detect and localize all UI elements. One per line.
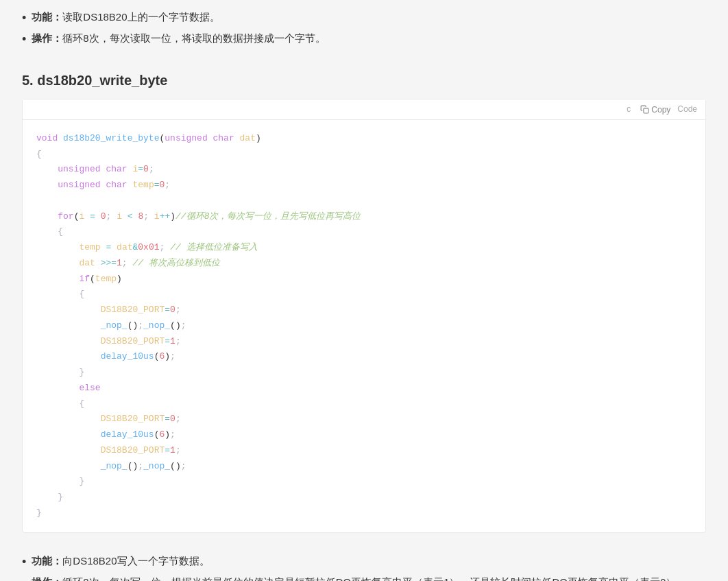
section5-bullet-2: • 操作：循环8次，每次写一位。根据当前最低位的值决定是短暂拉低DQ再恢复高电平… — [22, 573, 706, 581]
copy-button-section5[interactable]: Copy — [636, 104, 675, 116]
code-content-section5: void ds18b20_write_byte(unsigned char da… — [23, 120, 705, 532]
code-lang-label-section5: c — [627, 102, 631, 116]
bullet-content-1: 读取DS18B20上的一个字节数据。 — [62, 11, 219, 23]
intro-bullets-section: • 功能：读取DS18B20上的一个字节数据。 • 操作：循环8次，每次读取一位… — [22, 0, 706, 56]
copy-icon-section5 — [640, 105, 649, 114]
section5-bullets: • 功能：向DS18B20写入一个字节数据。 • 操作：循环8次，每次写一位。根… — [22, 544, 706, 581]
bullet-label-2: 操作： — [32, 32, 62, 44]
section5-bullet-label-1: 功能： — [32, 555, 62, 567]
bullet-content-2: 循环8次，每次读取一位，将读取的数据拼接成一个字节。 — [62, 32, 325, 44]
copy-label-section5: Copy — [651, 105, 670, 115]
bullet-item-1: • 功能：读取DS18B20上的一个字节数据。 — [22, 8, 706, 27]
bullet-item-2: • 操作：循环8次，每次读取一位，将读取的数据拼接成一个字节。 — [22, 29, 706, 48]
section5-bullet-1: • 功能：向DS18B20写入一个字节数据。 — [22, 552, 706, 571]
page-container: • 功能：读取DS18B20上的一个字节数据。 • 操作：循环8次，每次读取一位… — [0, 0, 728, 581]
code-toolbar-section5: c Copy Code — [23, 99, 705, 119]
bullet-text-1: 功能：读取DS18B20上的一个字节数据。 — [32, 8, 219, 26]
section5-bullet-content-1: 向DS18B20写入一个字节数据。 — [62, 555, 209, 567]
bullet-text-2: 操作：循环8次，每次读取一位，将读取的数据拼接成一个字节。 — [32, 29, 325, 47]
section5-bullet-dot-1: • — [22, 554, 26, 571]
section5-bullet-text-1: 功能：向DS18B20写入一个字节数据。 — [32, 552, 209, 570]
section5-bullet-content-2: 循环8次，每次写一位。根据当前最低位的值决定是短暂拉低DQ再恢复高电平（表示1）… — [62, 576, 686, 581]
code-label-section5: Code — [677, 102, 697, 116]
bullet-label-1: 功能： — [32, 11, 62, 23]
section5-bullet-dot-2: • — [22, 575, 26, 581]
section5-heading: 5. ds18b20_write_byte — [22, 69, 706, 92]
section5-bullet-label-2: 操作： — [32, 576, 62, 581]
svg-rect-0 — [644, 108, 648, 113]
bullet-dot-1: • — [22, 10, 26, 27]
code-block-section5: c Copy Code void ds18b20_write_byte(unsi… — [22, 99, 706, 532]
bullet-dot-2: • — [22, 31, 26, 48]
section5-bullet-text-2: 操作：循环8次，每次写一位。根据当前最低位的值决定是短暂拉低DQ再恢复高电平（表… — [32, 573, 686, 581]
